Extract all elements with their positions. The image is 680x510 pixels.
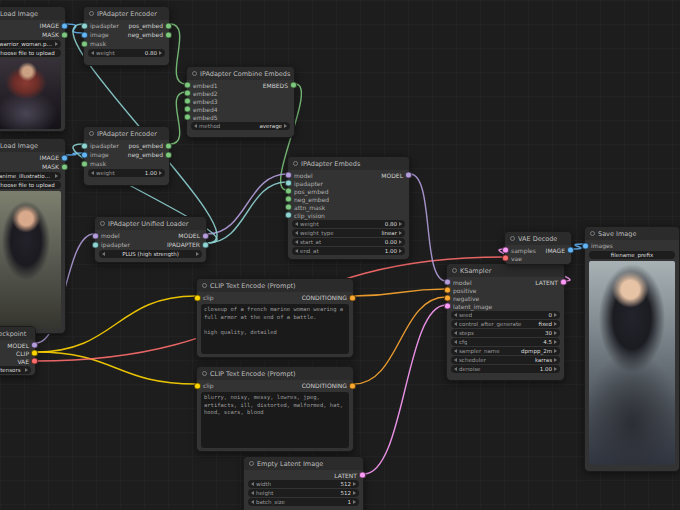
decrement-arrow-icon[interactable]	[295, 249, 298, 253]
next-arrow-icon[interactable]	[554, 349, 557, 353]
collapse-dot-icon[interactable]	[452, 268, 457, 273]
collapse-dot-icon[interactable]	[89, 11, 94, 16]
latent-output-port[interactable]	[560, 279, 567, 286]
attn-mask-input-port[interactable]	[285, 204, 292, 211]
model-input-port[interactable]	[285, 172, 292, 179]
node-header[interactable]: Save Image	[585, 227, 679, 240]
model-output-port[interactable]	[405, 172, 412, 179]
ckpt-name-combo[interactable]: sd15.safetensors	[0, 366, 31, 374]
image-file-combo[interactable]: warrior_woman.png	[0, 40, 61, 48]
node-header[interactable]: VAE Decode	[505, 232, 571, 245]
images-input-port[interactable]	[582, 242, 589, 249]
decrement-arrow-icon[interactable]	[454, 313, 457, 317]
node-header[interactable]: KSampler	[447, 264, 564, 277]
latent-output-port[interactable]	[359, 472, 366, 479]
node-header[interactable]: IPAdapter Unified Loader	[95, 217, 206, 230]
collapse-dot-icon[interactable]	[202, 371, 207, 376]
embed3-input-port[interactable]	[184, 98, 191, 105]
mask-output-port[interactable]	[61, 163, 68, 170]
pos-embed-output-port[interactable]	[165, 142, 172, 149]
decrement-arrow-icon[interactable]	[251, 482, 254, 486]
prev-arrow-icon[interactable]	[194, 124, 197, 128]
control-after-generate-combo[interactable]: control_after_generate fixed	[451, 320, 560, 328]
node-header[interactable]: Load Image	[0, 139, 65, 152]
decrement-arrow-icon[interactable]	[91, 51, 94, 55]
node-load-image-1[interactable]: Load Image IMAGE MASK warrior_woman.png …	[0, 6, 66, 132]
node-header[interactable]: IPAdapter Combine Embeds	[187, 67, 294, 80]
weight-widget[interactable]: weight 0.80	[88, 49, 165, 57]
node-ksampler[interactable]: KSampler model LATENT positive negative …	[446, 263, 565, 381]
node-load-image-2[interactable]: Load Image IMAGE MASK anime_illustration…	[0, 138, 66, 334]
prev-arrow-icon[interactable]	[454, 322, 457, 326]
prev-arrow-icon[interactable]	[295, 231, 298, 235]
seed-widget[interactable]: seed 0	[451, 311, 560, 319]
node-header[interactable]: Load Checkpoint	[0, 327, 35, 340]
pos-embed-output-port[interactable]	[165, 22, 172, 29]
increment-arrow-icon[interactable]	[353, 500, 356, 504]
mask-output-port[interactable]	[61, 31, 68, 38]
collapse-dot-icon[interactable]	[510, 236, 515, 241]
height-widget[interactable]: height 512	[248, 489, 359, 497]
weight-type-combo[interactable]: weight_type linear	[292, 229, 405, 237]
ipadapter-input-port[interactable]	[92, 241, 99, 248]
image-file-combo[interactable]: anime_illustration.png	[0, 172, 61, 180]
image-input-port[interactable]	[81, 151, 88, 158]
clip-vision-input-port[interactable]	[285, 212, 292, 219]
upload-button[interactable]: choose file to upload	[0, 49, 61, 57]
sampler-name-combo[interactable]: sampler_name dpmpp_2m	[451, 347, 560, 355]
next-arrow-icon[interactable]	[554, 322, 557, 326]
collapse-dot-icon[interactable]	[202, 283, 207, 288]
model-input-port[interactable]	[444, 279, 451, 286]
next-arrow-icon[interactable]	[55, 42, 58, 46]
increment-arrow-icon[interactable]	[554, 331, 557, 335]
start-at-widget[interactable]: start_at 0.00	[292, 238, 405, 246]
next-arrow-icon[interactable]	[554, 358, 557, 362]
method-combo[interactable]: method average	[191, 122, 290, 130]
node-save-image[interactable]: Save Image images filename_prefix	[584, 226, 680, 472]
node-header[interactable]: IPAdapter Embeds	[288, 157, 409, 170]
increment-arrow-icon[interactable]	[554, 313, 557, 317]
next-arrow-icon[interactable]	[196, 252, 199, 256]
clip-input-port[interactable]	[194, 382, 201, 389]
embed5-input-port[interactable]	[184, 114, 191, 121]
decrement-arrow-icon[interactable]	[251, 500, 254, 504]
filename-prefix-widget[interactable]: filename_prefix	[589, 251, 675, 259]
preset-combo[interactable]: PLUS (high strength)	[99, 250, 202, 258]
vae-input-port[interactable]	[502, 255, 509, 262]
model-output-port[interactable]	[31, 342, 38, 349]
node-header[interactable]: IPAdapter Encoder	[84, 7, 169, 20]
neg-embed-output-port[interactable]	[165, 31, 172, 38]
ipadapter-output-port[interactable]	[202, 241, 209, 248]
image-output-port[interactable]	[61, 22, 68, 29]
decrement-arrow-icon[interactable]	[295, 222, 298, 226]
mask-input-port[interactable]	[81, 40, 88, 47]
conditioning-output-port[interactable]	[349, 382, 356, 389]
ipadapter-input-port[interactable]	[285, 180, 292, 187]
node-header[interactable]: Load Image	[0, 7, 65, 20]
denoise-widget[interactable]: denoise 1.00	[451, 365, 560, 373]
decrement-arrow-icon[interactable]	[454, 331, 457, 335]
collapse-dot-icon[interactable]	[192, 71, 197, 76]
node-header[interactable]: CLIP Text Encode (Prompt)	[197, 279, 353, 292]
decrement-arrow-icon[interactable]	[454, 340, 457, 344]
next-arrow-icon[interactable]	[25, 368, 28, 372]
collapse-dot-icon[interactable]	[293, 161, 298, 166]
node-header[interactable]: CLIP Text Encode (Prompt)	[197, 367, 353, 380]
mask-input-port[interactable]	[81, 160, 88, 167]
node-clip-text-encode-positive[interactable]: CLIP Text Encode (Prompt) clip CONDITION…	[196, 278, 354, 358]
model-output-port[interactable]	[202, 232, 209, 239]
collapse-dot-icon[interactable]	[249, 461, 254, 466]
clip-input-port[interactable]	[194, 294, 201, 301]
latent-image-input-port[interactable]	[444, 303, 451, 310]
node-vae-decode[interactable]: VAE Decode samples IMAGE vae	[504, 231, 572, 265]
pos-embed-input-port[interactable]	[285, 188, 292, 195]
node-ipadapter-unified-loader[interactable]: IPAdapter Unified Loader model MODEL ipa…	[94, 216, 207, 263]
ipadapter-input-port[interactable]	[81, 142, 88, 149]
cfg-widget[interactable]: cfg 4.5	[451, 338, 560, 346]
prev-arrow-icon[interactable]	[454, 349, 457, 353]
negative-input-port[interactable]	[444, 295, 451, 302]
next-arrow-icon[interactable]	[399, 231, 402, 235]
clip-output-port[interactable]	[31, 350, 38, 357]
model-input-port[interactable]	[92, 232, 99, 239]
embed2-input-port[interactable]	[184, 90, 191, 97]
